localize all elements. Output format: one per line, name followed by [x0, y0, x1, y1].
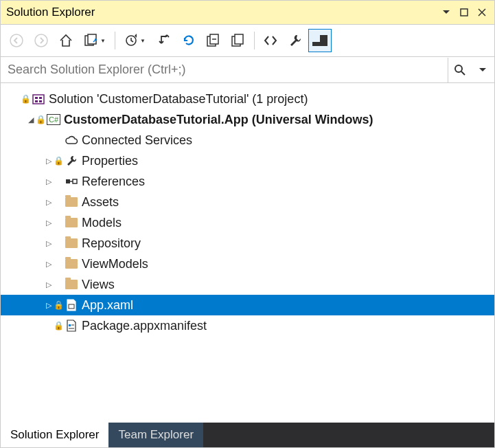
tab-solution-explorer[interactable]: Solution Explorer	[1, 423, 108, 447]
svg-rect-12	[320, 35, 327, 42]
svg-rect-18	[35, 100, 38, 102]
solution-icon	[31, 93, 46, 105]
connected-services-node[interactable]: Connected Services	[1, 130, 494, 150]
svg-rect-17	[39, 97, 42, 99]
search-button[interactable]	[448, 58, 471, 82]
titlebar: Solution Explorer	[1, 1, 494, 24]
solution-node[interactable]: 🔒 Solution 'CustomerDatabaseTutorial' (1…	[1, 89, 494, 109]
lock-icon: 🔒	[36, 115, 45, 124]
references-label: References	[82, 175, 145, 189]
folder-icon	[64, 280, 79, 289]
svg-rect-22	[66, 179, 70, 183]
show-all-files-button[interactable]	[227, 29, 250, 52]
folder-icon	[64, 238, 79, 248]
references-node[interactable]: ▷ References	[1, 171, 494, 192]
svg-rect-11	[312, 42, 327, 46]
folder-views-node[interactable]: ▷ Views	[1, 274, 494, 295]
folder-viewmodels-node[interactable]: ▷ ViewModels	[1, 254, 494, 274]
tab-label: Solution Explorer	[10, 428, 99, 442]
folder-label: Assets	[82, 195, 119, 210]
search-bar	[1, 57, 494, 83]
file-manifest-node[interactable]: 🔒 Package.appxmanifest	[1, 315, 494, 336]
separator	[115, 32, 115, 49]
lock-icon: 🔒	[54, 300, 62, 310]
folder-assets-node[interactable]: ▷ Assets	[1, 192, 494, 212]
forward-button[interactable]	[30, 29, 53, 52]
folder-repository-node[interactable]: ▷ Repository	[1, 233, 494, 254]
folder-icon	[64, 197, 79, 207]
expander-expand-icon[interactable]: ▷	[43, 219, 54, 227]
tab-label: Team Explorer	[118, 428, 194, 442]
folder-icon	[64, 218, 79, 227]
folder-label: Models	[82, 216, 122, 230]
folder-models-node[interactable]: ▷ Models	[1, 212, 494, 233]
expander-expand-icon[interactable]: ▷	[43, 239, 54, 248]
lock-icon: 🔒	[54, 156, 62, 166]
sync-active-document-button[interactable]	[152, 29, 176, 52]
solution-label: Solution 'CustomerDatabaseTutorial' (1 p…	[49, 92, 308, 107]
expander-expand-icon[interactable]: ▷	[43, 260, 54, 269]
back-button[interactable]	[5, 29, 28, 52]
cloud-icon	[64, 135, 79, 145]
wrench-icon	[64, 155, 79, 167]
file-label: Package.appxmanifest	[82, 319, 207, 333]
lock-icon: 🔒	[54, 321, 62, 331]
file-app-xaml-node[interactable]: ▷ 🔒 App.xaml	[1, 295, 494, 315]
view-code-button[interactable]	[259, 29, 282, 52]
file-label: App.xaml	[82, 298, 133, 313]
separator	[254, 32, 255, 49]
svg-rect-16	[35, 97, 38, 99]
references-icon	[64, 177, 79, 186]
home-button[interactable]	[54, 29, 78, 52]
panel-title: Solution Explorer	[6, 5, 435, 19]
chevron-down-icon: ▼	[100, 38, 106, 44]
connected-services-label: Connected Services	[82, 133, 192, 148]
svg-rect-26	[69, 324, 71, 326]
svg-point-1	[10, 34, 23, 47]
folder-label: Views	[82, 278, 115, 292]
svg-point-13	[455, 65, 462, 72]
svg-point-2	[35, 34, 47, 47]
tab-team-explorer[interactable]: Team Explorer	[108, 423, 203, 447]
pending-changes-filter-button[interactable]: ▼	[119, 29, 151, 52]
preview-selected-items-button[interactable]	[308, 29, 332, 52]
close-button[interactable]	[475, 5, 489, 19]
svg-rect-24	[73, 179, 77, 183]
properties-node[interactable]: ▷ 🔒 Properties	[1, 150, 494, 171]
csharp-project-icon: C#	[46, 114, 61, 125]
xaml-file-icon	[64, 299, 79, 311]
svg-line-14	[461, 71, 465, 75]
expander-expand-icon[interactable]: ▷	[43, 280, 54, 289]
expander-expand-icon[interactable]: ▷	[43, 198, 54, 207]
svg-text:C#: C#	[49, 115, 59, 124]
solution-tree[interactable]: 🔒 Solution 'CustomerDatabaseTutorial' (1…	[1, 83, 494, 423]
svg-rect-0	[461, 9, 468, 16]
refresh-button[interactable]	[177, 29, 200, 52]
project-label: CustomerDatabaseTutorial.App (Universal …	[64, 113, 373, 127]
properties-label: Properties	[82, 154, 138, 168]
folder-icon	[64, 259, 79, 269]
svg-rect-15	[33, 95, 44, 104]
svg-rect-19	[39, 100, 42, 102]
chevron-down-icon: ▼	[140, 38, 146, 44]
switch-views-button[interactable]: ▼	[79, 29, 111, 52]
lock-icon: 🔒	[21, 94, 30, 104]
maximize-button[interactable]	[457, 5, 471, 19]
svg-rect-10	[235, 34, 243, 44]
toolbar: ▼ ▼	[1, 24, 494, 57]
folder-label: Repository	[82, 236, 141, 251]
bottom-tabs: Solution Explorer Team Explorer	[1, 423, 494, 447]
window-position-dropdown[interactable]	[439, 5, 453, 19]
search-input[interactable]	[1, 57, 448, 82]
folder-label: ViewModels	[82, 257, 148, 271]
collapse-all-button[interactable]	[202, 29, 225, 52]
manifest-file-icon	[64, 320, 79, 332]
properties-button[interactable]	[284, 29, 307, 52]
expander-expand-icon[interactable]: ▷	[43, 177, 54, 186]
search-options-dropdown[interactable]	[471, 58, 494, 82]
project-node[interactable]: ◢ 🔒 C# CustomerDatabaseTutorial.App (Uni…	[1, 109, 494, 130]
